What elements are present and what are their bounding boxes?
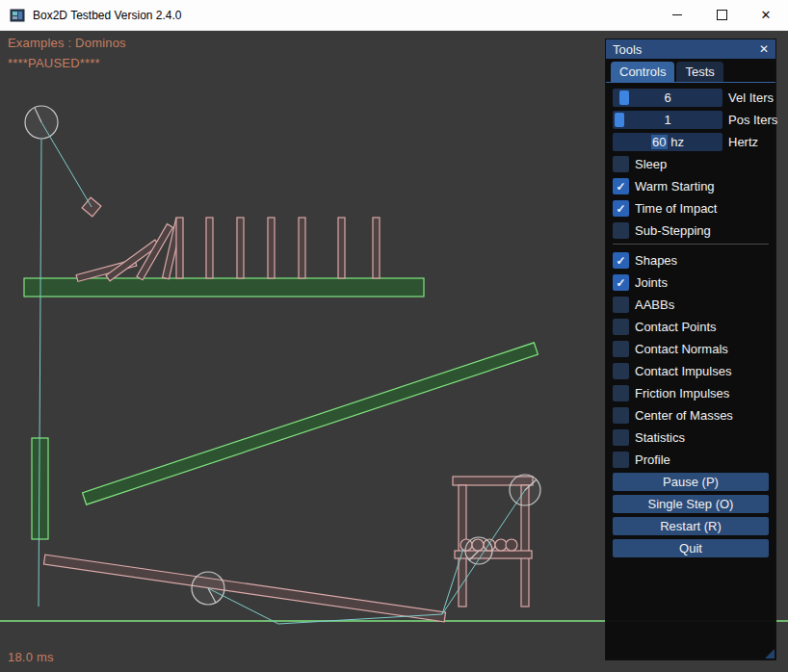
tools-title-text: Tools	[613, 42, 642, 57]
check-icon: ✓	[616, 181, 625, 193]
checkbox-box[interactable]: ✓	[613, 297, 629, 313]
checkbox-box[interactable]: ✓	[613, 385, 629, 401]
checkbox-shapes[interactable]: ✓ Shapes	[613, 251, 769, 270]
domino	[299, 218, 305, 278]
slider-grab[interactable]	[619, 90, 629, 105]
domino	[237, 218, 244, 278]
ball	[495, 539, 507, 551]
checkbox-warm-starting[interactable]: ✓ Warm Starting	[613, 177, 769, 195]
tools-tabbar: Controls Tests	[606, 59, 775, 83]
checkbox-contact-impulses[interactable]: ✓ Contact Impulses	[613, 362, 769, 380]
domino	[268, 218, 275, 278]
checkbox-center-of-masses[interactable]: ✓ Center of Masses	[613, 406, 769, 425]
checkbox-box[interactable]: ✓	[613, 274, 629, 291]
checkbox-box[interactable]: ✓	[613, 252, 629, 269]
pause-button[interactable]: Pause (P)	[613, 473, 769, 491]
check-icon: ✓	[616, 255, 625, 267]
maximize-button[interactable]	[699, 0, 744, 30]
quit-button[interactable]: Quit	[613, 539, 769, 557]
checkbox-box[interactable]: ✓	[613, 178, 629, 194]
domino-platform	[24, 278, 424, 297]
window-controls: ✕	[655, 0, 788, 30]
check-icon: ✓	[616, 277, 625, 289]
checkbox-box[interactable]: ✓	[613, 200, 629, 217]
tab-tests[interactable]: Tests	[676, 62, 722, 82]
domino	[176, 218, 183, 278]
window-titlebar: Box2D Testbed Version 2.4.0 ✕	[0, 0, 788, 31]
checkbox-friction-impulses[interactable]: ✓ Friction Impulses	[613, 384, 769, 402]
checkbox-joints[interactable]: ✓ Joints	[613, 273, 769, 292]
checkbox-box[interactable]: ✓	[613, 156, 629, 172]
vel-iters-row: 6 Vel Iters	[613, 89, 769, 107]
checkbox-time-of-impact[interactable]: ✓ Time of Impact	[613, 199, 769, 218]
slider-grab[interactable]	[615, 113, 624, 127]
checkbox-sub-stepping[interactable]: ✓ Sub-Stepping	[613, 221, 769, 240]
pos-iters-row: 1 Pos Iters	[613, 111, 769, 129]
tools-panel: Tools ✕ Controls Tests 6 Vel Iters 1	[605, 39, 776, 660]
ball	[506, 539, 517, 551]
vel-iters-label: Vel Iters	[728, 90, 774, 105]
checkbox-contact-points[interactable]: ✓ Contact Points	[613, 318, 769, 336]
tools-body: 6 Vel Iters 1 Pos Iters 60 hz Hertz ✓	[606, 83, 775, 557]
checkbox-contact-normals[interactable]: ✓ Contact Normals	[613, 340, 769, 358]
separator	[613, 244, 769, 245]
checkbox-box[interactable]: ✓	[613, 222, 629, 239]
dynamic-bodies	[43, 197, 533, 622]
checkbox-profile[interactable]: ✓ Profile	[613, 451, 769, 469]
paused-label: ****PAUSED****	[8, 56, 100, 70]
checkbox-box[interactable]: ✓	[613, 363, 629, 379]
maximize-icon	[717, 10, 727, 20]
checkbox-box[interactable]: ✓	[613, 341, 629, 357]
domino	[373, 218, 380, 278]
domino	[338, 218, 345, 278]
tab-controls[interactable]: Controls	[611, 62, 674, 82]
checkbox-box[interactable]: ✓	[613, 452, 629, 468]
example-label: Examples : Dominos	[8, 36, 126, 50]
close-button[interactable]: ✕	[744, 0, 788, 30]
check-icon: ✓	[616, 203, 625, 215]
frame-time-label: 18.0 ms	[8, 650, 54, 664]
tools-titlebar[interactable]: Tools ✕	[606, 39, 775, 59]
checkbox-sleep[interactable]: ✓ Sleep	[613, 155, 769, 173]
app-icon	[10, 8, 25, 23]
resize-grip[interactable]	[765, 649, 775, 659]
vel-iters-slider[interactable]: 6	[613, 89, 722, 107]
pos-iters-slider[interactable]: 1	[613, 111, 722, 129]
vertical-column	[32, 438, 48, 539]
dominoes	[76, 218, 380, 281]
checkbox-box[interactable]: ✓	[613, 407, 629, 424]
seesaw-plank	[43, 555, 445, 622]
minimize-icon	[672, 14, 682, 15]
checkbox-box[interactable]: ✓	[613, 319, 629, 335]
domino	[206, 218, 213, 278]
hertz-input[interactable]: 60 hz	[613, 133, 722, 151]
tools-close-icon[interactable]: ✕	[759, 42, 769, 56]
checkbox-box[interactable]: ✓	[613, 429, 629, 446]
checkbox-aabbs[interactable]: ✓ AABBs	[613, 296, 769, 314]
hertz-label: Hertz	[728, 135, 758, 149]
checkbox-statistics[interactable]: ✓ Statistics	[613, 428, 769, 447]
restart-button[interactable]: Restart (R)	[613, 517, 769, 535]
single-step-button[interactable]: Single Step (O)	[613, 495, 769, 513]
pos-iters-label: Pos Iters	[728, 113, 777, 127]
minimize-button[interactable]	[655, 0, 699, 30]
close-icon: ✕	[761, 9, 772, 21]
render-canvas[interactable]: Examples : Dominos ****PAUSED**** 18.0 m…	[0, 31, 788, 672]
window-title: Box2D Testbed Version 2.4.0	[33, 9, 182, 22]
hertz-row: 60 hz Hertz	[613, 133, 769, 151]
